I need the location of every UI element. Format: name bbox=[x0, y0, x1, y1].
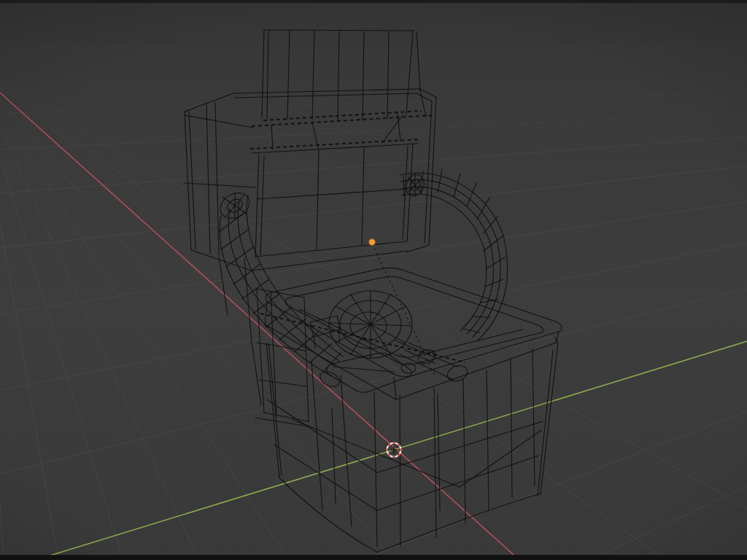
viewport-3d[interactable] bbox=[0, 0, 747, 560]
bottom-bar bbox=[0, 555, 747, 560]
top-bar bbox=[0, 0, 747, 3]
vignette-overlay bbox=[0, 0, 747, 560]
scene-svg[interactable] bbox=[0, 0, 747, 560]
